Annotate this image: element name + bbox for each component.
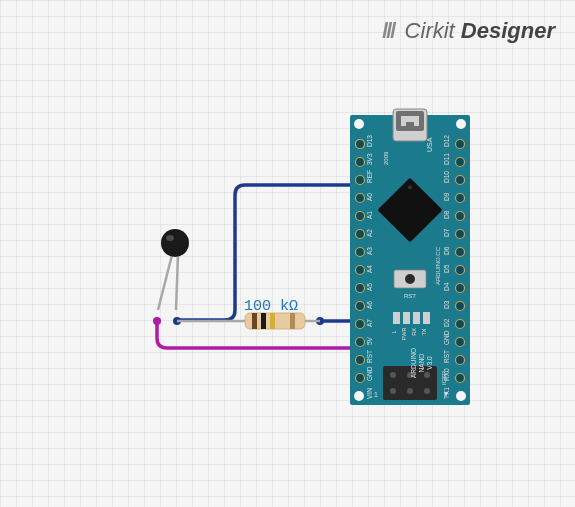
svg-text:RST: RST <box>366 350 373 363</box>
svg-text:A4: A4 <box>366 265 373 273</box>
svg-text:RST: RST <box>443 350 450 363</box>
pin-labels-left: D13 3V3 REF A0 A1 A2 A3 A4 A5 A6 A7 5V R… <box>366 135 373 399</box>
svg-text:D4: D4 <box>443 282 450 291</box>
svg-point-22 <box>356 374 365 383</box>
arduino-nano[interactable]: RST L PWR RX TX ICSP 1 D13 3V3 REF A0 A1… <box>350 109 470 405</box>
svg-text:D5: D5 <box>443 264 450 273</box>
svg-text:D7: D7 <box>443 228 450 237</box>
svg-text:A5: A5 <box>366 283 373 291</box>
region-label: USA <box>426 137 433 152</box>
svg-text:NANO: NANO <box>418 354 425 373</box>
pin1-label: 1 <box>374 391 378 398</box>
svg-point-32 <box>456 266 465 275</box>
svg-point-21 <box>356 356 365 365</box>
svg-text:TX1: TX1 <box>443 387 450 399</box>
svg-text:D6: D6 <box>443 246 450 255</box>
svg-point-55 <box>390 388 396 394</box>
svg-text:ARDUINO: ARDUINO <box>410 348 417 378</box>
svg-point-57 <box>424 388 430 394</box>
svg-point-42 <box>405 274 415 284</box>
svg-text:GND: GND <box>443 330 450 345</box>
svg-text:A6: A6 <box>366 301 373 309</box>
mfg-label: ARDUINO.CC <box>435 246 441 285</box>
svg-text:D10: D10 <box>443 171 450 183</box>
svg-point-29 <box>456 212 465 221</box>
svg-point-11 <box>356 176 365 185</box>
svg-point-36 <box>456 338 465 347</box>
resistor-band-3 <box>270 313 275 329</box>
svg-text:D13: D13 <box>366 135 373 147</box>
resistor-band-1 <box>252 313 257 329</box>
svg-point-4 <box>354 119 364 129</box>
svg-point-16 <box>356 266 365 275</box>
resistor-band-2 <box>261 313 266 329</box>
svg-text:A0: A0 <box>366 193 373 201</box>
svg-text:L: L <box>391 330 397 333</box>
svg-point-24 <box>356 140 365 149</box>
svg-point-31 <box>456 248 465 257</box>
svg-rect-45 <box>413 312 420 324</box>
year-label: 2009 <box>383 151 389 165</box>
thermistor-lead-2 <box>176 255 178 310</box>
svg-point-56 <box>407 388 413 394</box>
svg-point-10 <box>356 158 365 167</box>
svg-text:3V3: 3V3 <box>366 153 373 165</box>
svg-text:D9: D9 <box>443 192 450 201</box>
svg-point-14 <box>356 230 365 239</box>
svg-point-6 <box>354 391 364 401</box>
svg-point-15 <box>356 248 365 257</box>
reset-button[interactable] <box>394 270 426 288</box>
svg-text:RX0: RX0 <box>443 368 450 381</box>
svg-point-28 <box>456 194 465 203</box>
svg-point-27 <box>456 176 465 185</box>
svg-text:RX: RX <box>411 328 417 336</box>
svg-point-38 <box>456 374 465 383</box>
svg-point-20 <box>356 338 365 347</box>
svg-text:D11: D11 <box>443 153 450 165</box>
svg-point-34 <box>456 302 465 311</box>
svg-text:TX: TX <box>421 328 427 335</box>
canvas[interactable]: RST L PWR RX TX ICSP 1 D13 3V3 REF A0 A1… <box>0 0 575 507</box>
thermistor[interactable] <box>158 229 189 310</box>
svg-text:D12: D12 <box>443 135 450 147</box>
svg-text:A2: A2 <box>366 229 373 237</box>
svg-point-35 <box>456 320 465 329</box>
thermistor-lead-1 <box>158 255 172 310</box>
svg-text:V3.0: V3.0 <box>426 356 433 370</box>
resistor[interactable] <box>177 313 320 329</box>
svg-point-19 <box>356 320 365 329</box>
svg-text:PWR: PWR <box>401 328 407 341</box>
svg-point-13 <box>356 212 365 221</box>
svg-text:D8: D8 <box>443 210 450 219</box>
node-gnd <box>153 317 161 325</box>
resistor-band-4 <box>290 313 295 329</box>
svg-text:VIN: VIN <box>366 388 373 399</box>
svg-rect-44 <box>403 312 410 324</box>
svg-rect-43 <box>393 312 400 324</box>
svg-text:REF: REF <box>366 170 373 183</box>
svg-point-17 <box>356 284 365 293</box>
svg-point-18 <box>356 302 365 311</box>
reset-label: RST <box>404 293 416 299</box>
svg-point-25 <box>456 140 465 149</box>
svg-point-33 <box>456 284 465 293</box>
svg-text:D3: D3 <box>443 300 450 309</box>
svg-point-5 <box>456 119 466 129</box>
svg-text:D2: D2 <box>443 318 450 327</box>
svg-point-26 <box>456 158 465 167</box>
svg-text:GND: GND <box>366 366 373 381</box>
svg-point-37 <box>456 356 465 365</box>
svg-text:A7: A7 <box>366 319 373 327</box>
thermistor-body <box>161 229 189 257</box>
svg-point-52 <box>390 372 396 378</box>
pin-labels-right: D12 D11 D10 D9 D8 D7 D6 D5 D4 D3 D2 GND … <box>443 135 450 399</box>
wire-a0-sensor <box>177 185 358 320</box>
svg-point-30 <box>456 230 465 239</box>
svg-text:5V: 5V <box>366 336 373 345</box>
svg-point-12 <box>356 194 365 203</box>
svg-text:A1: A1 <box>366 211 373 219</box>
svg-rect-46 <box>423 312 430 324</box>
svg-point-7 <box>456 391 466 401</box>
svg-text:A3: A3 <box>366 247 373 255</box>
thermistor-highlight <box>166 235 174 241</box>
